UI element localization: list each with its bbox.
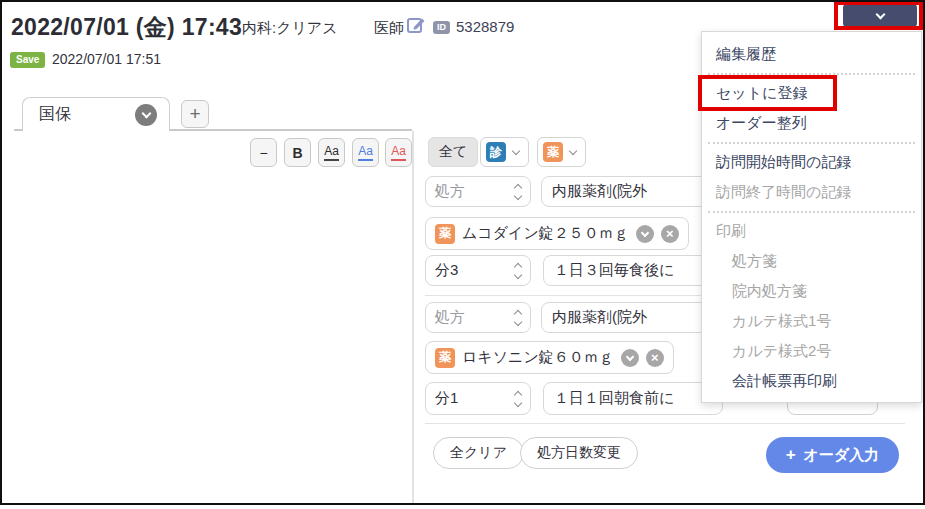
- karte-dropdown-menu: 編集履歴 セットに登録 オーダー整列 訪問開始時間の記録 訪問終了時間の記録 印…: [701, 31, 922, 403]
- order-input-label: オーダ入力: [804, 446, 880, 465]
- dose-select[interactable]: 分3: [425, 255, 531, 286]
- filter-exam-button[interactable]: 診: [480, 137, 529, 167]
- menu-item-prescription: 処方箋: [702, 246, 921, 276]
- text-color-red-button[interactable]: Aa: [385, 138, 412, 167]
- filter-all-label: 全て: [439, 143, 467, 161]
- id-badge: ID: [433, 21, 450, 34]
- menu-separator: [702, 138, 921, 147]
- order-type-select[interactable]: 処方: [425, 176, 531, 207]
- drug-badge: 薬: [435, 348, 455, 368]
- text-color-blue-button[interactable]: Aa: [352, 138, 379, 167]
- drug-name: ムコダイン錠２５０ｍｇ: [462, 224, 629, 243]
- chevron-down-icon: [512, 146, 520, 154]
- menu-item-order-sort[interactable]: オーダー整列: [702, 108, 921, 138]
- drug-category-value: 内服薬剤(院外: [552, 182, 647, 201]
- plus-icon: +: [786, 445, 796, 465]
- drug-badge: 薬: [543, 142, 563, 162]
- usage-value: １日１回朝食前に: [554, 389, 674, 408]
- menu-separator: [702, 207, 921, 216]
- karte-menu-button[interactable]: [843, 4, 917, 27]
- filter-all-button[interactable]: 全て: [428, 137, 478, 167]
- save-status-badge: Save: [10, 52, 45, 68]
- color-blue-label: Aa: [358, 144, 373, 161]
- dose-value: 分3: [435, 261, 509, 280]
- color-black-label: Aa: [324, 144, 339, 161]
- drug-expand-button[interactable]: [636, 225, 654, 243]
- drug-name: ロキソニン錠６０ｍｇ: [462, 348, 614, 367]
- edit-doctor-icon[interactable]: [406, 15, 426, 35]
- menu-separator: [702, 69, 921, 78]
- bold-label: B: [292, 145, 302, 161]
- stepper-icon: [515, 392, 521, 406]
- tab-label: 国保: [39, 104, 135, 125]
- chevron-down-icon: [875, 9, 885, 19]
- drug-remove-button[interactable]: ×: [646, 349, 664, 367]
- drug-chip[interactable]: 薬 ムコダイン錠２５０ｍｇ ×: [425, 217, 689, 250]
- record-datetime: 2022/07/01 (金) 17:43: [11, 12, 242, 43]
- menu-section-print: 印刷: [702, 216, 921, 246]
- filter-drug-button[interactable]: 薬: [537, 137, 586, 167]
- stepper-icon: [515, 264, 521, 278]
- department-label: 内科:クリアス: [242, 19, 338, 38]
- change-days-label: 処方日数変更: [537, 444, 621, 462]
- chevron-down-icon: [141, 108, 151, 118]
- hr-label: −: [259, 145, 267, 161]
- clear-all-button[interactable]: 全クリア: [433, 437, 524, 469]
- doctor-label: 医師: [374, 19, 404, 38]
- dose-value: 分1: [435, 389, 509, 408]
- menu-item-visit-end-record: 訪問終了時間の記録: [702, 177, 921, 207]
- tab-dropdown-button[interactable]: [135, 104, 157, 126]
- karte-window: 2022/07/01 (金) 17:43 内科:クリアス 医師 ID 53288…: [0, 0, 925, 509]
- order-type-select[interactable]: 処方: [425, 302, 531, 333]
- exam-badge: 診: [486, 142, 506, 162]
- patient-id: 5328879: [456, 18, 514, 35]
- menu-item-karte-form-2: カルテ様式2号: [702, 336, 921, 366]
- drug-expand-button[interactable]: [621, 349, 639, 367]
- color-red-label: Aa: [391, 144, 406, 161]
- dose-select[interactable]: 分1: [425, 382, 531, 415]
- add-tab-button[interactable]: +: [181, 100, 209, 128]
- panel-divider: [412, 131, 414, 503]
- menu-item-karte-form-1: カルテ様式1号: [702, 306, 921, 336]
- drug-badge: 薬: [435, 224, 455, 244]
- text-color-black-button[interactable]: Aa: [318, 138, 345, 167]
- menu-item-visit-start-record[interactable]: 訪問開始時間の記録: [702, 147, 921, 177]
- menu-item-register-set[interactable]: セットに登録: [702, 78, 921, 108]
- chevron-down-icon: [569, 146, 577, 154]
- usage-value: １日３回毎食後に: [554, 261, 674, 280]
- menu-item-edit-history[interactable]: 編集履歴: [702, 39, 921, 69]
- tab-insurance-kokuho[interactable]: 国保: [22, 97, 170, 131]
- menu-item-inhouse-prescription: 院内処方箋: [702, 276, 921, 306]
- hr-button[interactable]: −: [250, 138, 277, 167]
- drug-remove-button[interactable]: ×: [661, 225, 679, 243]
- change-days-button[interactable]: 処方日数変更: [520, 437, 638, 469]
- usage-field[interactable]: １日１回朝食前に: [543, 382, 723, 415]
- chevron-down-icon: [641, 228, 649, 236]
- order-input-button[interactable]: + オーダ入力: [766, 437, 899, 473]
- bold-button[interactable]: B: [284, 138, 311, 167]
- actions-divider: [425, 423, 905, 424]
- drug-chip[interactable]: 薬 ロキソニン錠６０ｍｇ ×: [425, 341, 674, 374]
- order-type-value: 処方: [435, 182, 509, 201]
- stepper-icon: [515, 311, 521, 325]
- saved-timestamp: 2022/07/01 17:51: [52, 51, 161, 67]
- stepper-icon: [515, 185, 521, 199]
- chevron-down-icon: [626, 352, 634, 360]
- clear-all-label: 全クリア: [450, 444, 507, 462]
- drug-category-value: 内服薬剤(院外: [552, 308, 647, 327]
- menu-item-reprint-accounting[interactable]: 会計帳票再印刷: [702, 366, 921, 396]
- order-type-value: 処方: [435, 308, 509, 327]
